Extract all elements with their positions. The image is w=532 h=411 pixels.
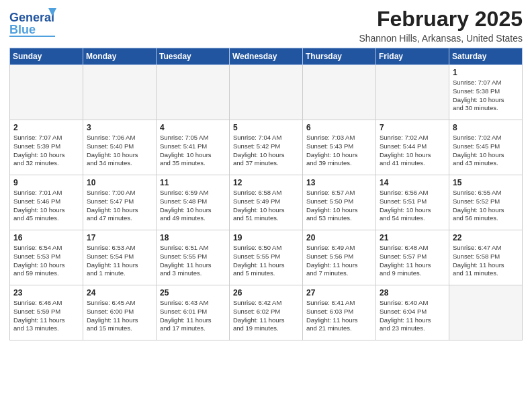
day-info: Sunrise: 6:49 AM Sunset: 5:56 PM Dayligh… [306, 244, 373, 278]
day-info: Sunrise: 6:57 AM Sunset: 5:50 PM Dayligh… [306, 189, 373, 223]
table-row [83, 65, 157, 120]
logo-svg: General Blue [9, 7, 56, 40]
table-row: 7Sunrise: 7:02 AM Sunset: 5:44 PM Daylig… [376, 120, 449, 175]
day-number: 9 [13, 178, 80, 187]
day-number: 21 [380, 233, 446, 242]
day-number: 13 [306, 178, 373, 187]
logo: General Blue [9, 7, 56, 40]
table-row: 6Sunrise: 7:03 AM Sunset: 5:43 PM Daylig… [303, 120, 376, 175]
table-row: 2Sunrise: 7:07 AM Sunset: 5:39 PM Daylig… [10, 120, 83, 175]
title-block: February 2025 Shannon Hills, Arkansas, U… [359, 7, 523, 44]
day-number: 12 [233, 178, 300, 187]
header-thursday: Thursday [303, 48, 376, 65]
day-info: Sunrise: 7:05 AM Sunset: 5:41 PM Dayligh… [160, 134, 226, 168]
day-number: 24 [87, 288, 153, 298]
day-info: Sunrise: 6:54 AM Sunset: 5:53 PM Dayligh… [13, 244, 80, 278]
table-row: 1Sunrise: 7:07 AM Sunset: 5:38 PM Daylig… [449, 65, 523, 120]
calendar-title: February 2025 [359, 7, 523, 32]
day-info: Sunrise: 6:47 AM Sunset: 5:58 PM Dayligh… [453, 244, 519, 278]
table-row [10, 65, 83, 120]
day-info: Sunrise: 7:07 AM Sunset: 5:38 PM Dayligh… [453, 79, 519, 113]
calendar-week-row: 23Sunrise: 6:46 AM Sunset: 5:59 PM Dayli… [10, 285, 523, 340]
day-number: 23 [13, 288, 80, 298]
header-sunday: Sunday [10, 48, 83, 65]
table-row: 23Sunrise: 6:46 AM Sunset: 5:59 PM Dayli… [10, 285, 83, 340]
day-info: Sunrise: 6:43 AM Sunset: 6:01 PM Dayligh… [160, 299, 226, 333]
calendar-week-row: 1Sunrise: 7:07 AM Sunset: 5:38 PM Daylig… [10, 65, 523, 120]
day-info: Sunrise: 7:04 AM Sunset: 5:42 PM Dayligh… [233, 134, 300, 168]
table-row [157, 65, 230, 120]
day-info: Sunrise: 7:02 AM Sunset: 5:44 PM Dayligh… [380, 134, 446, 168]
day-number: 26 [233, 288, 300, 298]
day-info: Sunrise: 7:02 AM Sunset: 5:45 PM Dayligh… [453, 134, 519, 168]
day-number: 14 [380, 178, 446, 187]
svg-text:Blue: Blue [9, 23, 36, 36]
svg-text:General: General [9, 11, 54, 24]
day-info: Sunrise: 6:58 AM Sunset: 5:49 PM Dayligh… [233, 189, 300, 223]
day-number: 10 [87, 178, 153, 187]
header-tuesday: Tuesday [157, 48, 230, 65]
table-row: 5Sunrise: 7:04 AM Sunset: 5:42 PM Daylig… [230, 120, 303, 175]
day-info: Sunrise: 7:07 AM Sunset: 5:39 PM Dayligh… [13, 134, 80, 168]
day-info: Sunrise: 6:40 AM Sunset: 6:04 PM Dayligh… [380, 299, 446, 333]
table-row: 3Sunrise: 7:06 AM Sunset: 5:40 PM Daylig… [83, 120, 157, 175]
calendar-week-row: 2Sunrise: 7:07 AM Sunset: 5:39 PM Daylig… [10, 120, 523, 175]
day-info: Sunrise: 7:00 AM Sunset: 5:47 PM Dayligh… [87, 189, 153, 223]
day-number: 19 [233, 233, 300, 242]
day-number: 28 [380, 288, 446, 298]
day-info: Sunrise: 6:42 AM Sunset: 6:02 PM Dayligh… [233, 299, 300, 333]
day-number: 17 [87, 233, 153, 242]
table-row: 26Sunrise: 6:42 AM Sunset: 6:02 PM Dayli… [230, 285, 303, 340]
table-row: 17Sunrise: 6:53 AM Sunset: 5:54 PM Dayli… [83, 230, 157, 285]
day-number: 20 [306, 233, 373, 242]
day-info: Sunrise: 6:56 AM Sunset: 5:51 PM Dayligh… [380, 189, 446, 223]
day-info: Sunrise: 7:03 AM Sunset: 5:43 PM Dayligh… [306, 134, 373, 168]
weekday-header-row: Sunday Monday Tuesday Wednesday Thursday… [10, 48, 523, 65]
day-number: 2 [13, 123, 80, 132]
day-info: Sunrise: 6:51 AM Sunset: 5:55 PM Dayligh… [160, 244, 226, 278]
header-wednesday: Wednesday [230, 48, 303, 65]
day-info: Sunrise: 6:55 AM Sunset: 5:52 PM Dayligh… [453, 189, 519, 223]
day-number: 3 [87, 123, 153, 132]
day-number: 8 [453, 123, 519, 132]
header-friday: Friday [376, 48, 449, 65]
day-number: 16 [13, 233, 80, 242]
day-info: Sunrise: 7:01 AM Sunset: 5:46 PM Dayligh… [13, 189, 80, 223]
table-row: 15Sunrise: 6:55 AM Sunset: 5:52 PM Dayli… [449, 175, 523, 230]
day-info: Sunrise: 6:48 AM Sunset: 5:57 PM Dayligh… [380, 244, 446, 278]
table-row: 28Sunrise: 6:40 AM Sunset: 6:04 PM Dayli… [376, 285, 449, 340]
table-row: 11Sunrise: 6:59 AM Sunset: 5:48 PM Dayli… [157, 175, 230, 230]
table-row: 18Sunrise: 6:51 AM Sunset: 5:55 PM Dayli… [157, 230, 230, 285]
day-number: 15 [453, 178, 519, 187]
day-number: 25 [160, 288, 226, 298]
day-info: Sunrise: 6:41 AM Sunset: 6:03 PM Dayligh… [306, 299, 373, 333]
day-info: Sunrise: 6:45 AM Sunset: 6:00 PM Dayligh… [87, 299, 153, 333]
table-row: 22Sunrise: 6:47 AM Sunset: 5:58 PM Dayli… [449, 230, 523, 285]
day-info: Sunrise: 6:50 AM Sunset: 5:55 PM Dayligh… [233, 244, 300, 278]
table-row: 8Sunrise: 7:02 AM Sunset: 5:45 PM Daylig… [449, 120, 523, 175]
table-row: 16Sunrise: 6:54 AM Sunset: 5:53 PM Dayli… [10, 230, 83, 285]
day-number: 6 [306, 123, 373, 132]
table-row: 13Sunrise: 6:57 AM Sunset: 5:50 PM Dayli… [303, 175, 376, 230]
day-info: Sunrise: 6:59 AM Sunset: 5:48 PM Dayligh… [160, 189, 226, 223]
table-row: 10Sunrise: 7:00 AM Sunset: 5:47 PM Dayli… [83, 175, 157, 230]
day-info: Sunrise: 7:06 AM Sunset: 5:40 PM Dayligh… [87, 134, 153, 168]
table-row [303, 65, 376, 120]
table-row: 25Sunrise: 6:43 AM Sunset: 6:01 PM Dayli… [157, 285, 230, 340]
table-row: 20Sunrise: 6:49 AM Sunset: 5:56 PM Dayli… [303, 230, 376, 285]
day-number: 1 [453, 68, 519, 77]
calendar-week-row: 9Sunrise: 7:01 AM Sunset: 5:46 PM Daylig… [10, 175, 523, 230]
table-row: 4Sunrise: 7:05 AM Sunset: 5:41 PM Daylig… [157, 120, 230, 175]
table-row: 12Sunrise: 6:58 AM Sunset: 5:49 PM Dayli… [230, 175, 303, 230]
table-row: 24Sunrise: 6:45 AM Sunset: 6:00 PM Dayli… [83, 285, 157, 340]
table-row: 19Sunrise: 6:50 AM Sunset: 5:55 PM Dayli… [230, 230, 303, 285]
day-number: 7 [380, 123, 446, 132]
table-row: 9Sunrise: 7:01 AM Sunset: 5:46 PM Daylig… [10, 175, 83, 230]
day-number: 4 [160, 123, 226, 132]
day-number: 22 [453, 233, 519, 242]
calendar-subtitle: Shannon Hills, Arkansas, United States [359, 33, 523, 44]
day-number: 27 [306, 288, 373, 298]
table-row: 14Sunrise: 6:56 AM Sunset: 5:51 PM Dayli… [376, 175, 449, 230]
table-row: 21Sunrise: 6:48 AM Sunset: 5:57 PM Dayli… [376, 230, 449, 285]
table-row [376, 65, 449, 120]
